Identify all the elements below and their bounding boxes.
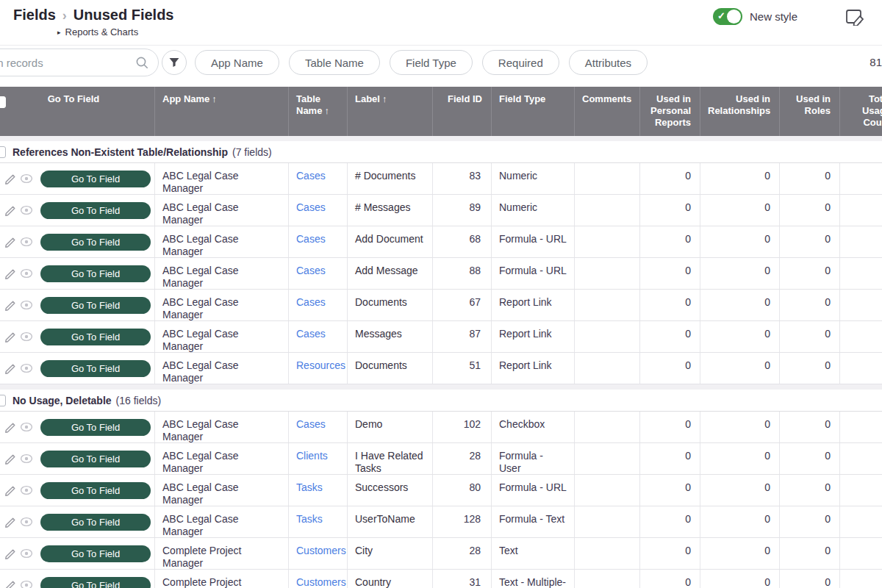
view-eye-icon[interactable] — [20, 580, 33, 588]
go-to-field-button[interactable]: Go To Field — [40, 451, 151, 467]
filter-pill-table-name[interactable]: Table Name — [289, 50, 380, 75]
cell-used-relationships: 0 — [700, 353, 779, 384]
cell-app-name: ABC Legal Case Manager — [154, 412, 288, 442]
table-link[interactable]: Resources — [296, 359, 345, 371]
column-header-app-name[interactable]: App Name↑ — [154, 87, 288, 136]
table-link[interactable]: Cases — [296, 170, 326, 182]
filter-funnel-button[interactable] — [162, 50, 187, 75]
column-header-field-type[interactable]: Field Type — [491, 87, 574, 136]
go-to-field-button[interactable]: Go To Field — [40, 545, 151, 562]
edit-pencil-icon[interactable] — [4, 204, 17, 220]
cell-used-roles: 0 — [779, 506, 839, 537]
view-eye-icon[interactable] — [20, 453, 33, 467]
column-header-total-usage[interactable]: Total Usage Count — [839, 87, 882, 136]
edit-pencil-icon[interactable] — [4, 299, 17, 315]
go-to-field-button[interactable]: Go To Field — [40, 329, 151, 345]
table-link[interactable]: Cases — [296, 233, 326, 245]
group-select-checkbox[interactable] — [0, 146, 6, 158]
table-link[interactable]: Clients — [296, 450, 328, 462]
cell-label: I Have Related Tasks — [347, 443, 432, 474]
edit-pencil-icon[interactable] — [4, 268, 17, 283]
view-eye-icon[interactable] — [20, 422, 33, 435]
cell-label: Successors — [347, 475, 432, 506]
edit-pencil-icon[interactable] — [4, 421, 17, 437]
column-header-label[interactable]: Label↑ — [347, 87, 432, 136]
new-style-label: New style — [750, 10, 797, 23]
cell-total-usage — [839, 443, 882, 474]
go-to-field-button[interactable]: Go To Field — [40, 202, 151, 219]
view-eye-icon[interactable] — [20, 205, 33, 218]
sort-asc-icon: ↑ — [324, 105, 329, 116]
table-link[interactable]: Cases — [296, 418, 326, 430]
view-eye-icon[interactable] — [20, 237, 33, 250]
edit-pencil-icon[interactable] — [4, 484, 17, 500]
column-header-used-relationships[interactable]: Used in Relationships — [700, 87, 779, 136]
cell-used-roles: 0 — [779, 412, 839, 442]
table-link[interactable]: Cases — [296, 328, 326, 340]
column-header-table-name[interactable]: Table Name↑ — [288, 87, 347, 136]
column-header-field-id[interactable]: Field ID — [432, 87, 491, 136]
go-to-field-button[interactable]: Go To Field — [40, 514, 151, 531]
edit-pencil-icon[interactable] — [4, 516, 17, 531]
cell-total-usage — [839, 353, 882, 384]
view-eye-icon[interactable] — [20, 268, 33, 282]
filter-pill-required[interactable]: Required — [482, 50, 559, 75]
report-selector[interactable]: ▸ Reports & Charts — [57, 26, 138, 37]
table-link[interactable]: Tasks — [296, 481, 323, 493]
go-to-field-button[interactable]: Go To Field — [40, 234, 151, 251]
view-eye-icon[interactable] — [20, 548, 33, 562]
customize-page-icon[interactable] — [845, 8, 864, 26]
edit-pencil-icon[interactable] — [4, 548, 17, 563]
go-to-field-button[interactable]: Go To Field — [40, 360, 151, 377]
cell-app-name: ABC Legal Case Manager — [154, 353, 288, 384]
go-to-field-button[interactable]: Go To Field — [40, 577, 151, 588]
table-link[interactable]: Customers — [296, 576, 346, 588]
cell-used-personal: 0 — [639, 226, 700, 257]
edit-pencil-icon[interactable] — [4, 173, 17, 188]
cell-label: Documents — [347, 353, 432, 384]
column-header-used-personal[interactable]: Used in Personal Reports — [639, 87, 700, 136]
cell-app-name: ABC Legal Case Manager — [154, 163, 288, 194]
column-header-comments[interactable]: Comments — [574, 87, 639, 136]
table-link[interactable]: Customers — [296, 545, 346, 556]
go-to-field-button[interactable]: Go To Field — [40, 265, 151, 282]
view-eye-icon[interactable] — [20, 300, 33, 313]
view-eye-icon[interactable] — [20, 331, 33, 345]
view-eye-icon[interactable] — [20, 485, 33, 498]
record-count: 81 — [870, 56, 882, 68]
go-to-field-button[interactable]: Go To Field — [40, 482, 151, 499]
edit-pencil-icon[interactable] — [4, 236, 17, 251]
group-select-checkbox[interactable] — [0, 395, 6, 406]
cell-app-name: ABC Legal Case Manager — [154, 195, 288, 226]
group-field-count: (16 fields) — [116, 395, 161, 406]
edit-pencil-icon[interactable] — [4, 453, 17, 468]
cell-total-usage — [839, 538, 882, 569]
edit-pencil-icon[interactable] — [4, 331, 17, 346]
grid-body: References Non-Existent Table/Relationsh… — [0, 136, 882, 588]
go-to-field-button[interactable]: Go To Field — [40, 171, 151, 187]
view-eye-icon[interactable] — [20, 517, 33, 530]
go-to-field-button[interactable]: Go To Field — [40, 419, 151, 436]
grid-header-row: Go To Field App Name↑ Table Name↑ Label↑… — [0, 87, 882, 136]
filter-pill-field-type[interactable]: Field Type — [390, 50, 473, 75]
table-link[interactable]: Cases — [296, 296, 326, 308]
breadcrumb-fields[interactable]: Fields — [13, 7, 56, 24]
cell-used-roles: 0 — [779, 443, 839, 474]
cell-used-personal: 0 — [639, 475, 700, 506]
table-link[interactable]: Tasks — [296, 513, 323, 525]
cell-used-personal: 0 — [639, 443, 700, 474]
table-link[interactable]: Cases — [296, 265, 326, 276]
column-header-used-roles[interactable]: Used in Roles — [779, 87, 839, 136]
column-header-go-to-field[interactable]: Go To Field — [0, 93, 154, 105]
filter-pill-app-name[interactable]: App Name — [195, 50, 279, 75]
edit-pencil-icon[interactable] — [4, 579, 17, 588]
cell-comments — [574, 353, 639, 384]
new-style-toggle[interactable]: ✓ — [713, 8, 742, 25]
table-row: Go To Field ABC Legal Case Manager Cases… — [0, 321, 882, 353]
view-eye-icon[interactable] — [20, 173, 33, 187]
table-link[interactable]: Cases — [296, 201, 326, 213]
edit-pencil-icon[interactable] — [4, 362, 17, 378]
go-to-field-button[interactable]: Go To Field — [40, 297, 151, 314]
view-eye-icon[interactable] — [20, 363, 33, 376]
filter-pill-attributes[interactable]: Attributes — [569, 50, 648, 75]
